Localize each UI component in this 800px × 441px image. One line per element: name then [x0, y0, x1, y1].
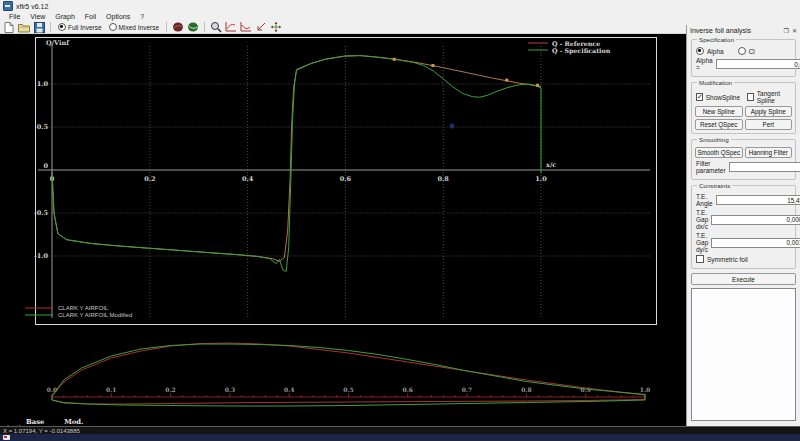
y-tick-label: 0.5 [37, 123, 49, 131]
te-gap-dy-label: T.E. Gap dy/c [696, 232, 708, 253]
zoom-in-icon[interactable] [210, 21, 222, 33]
hanning-filter-button[interactable]: Hanning Filter [745, 147, 793, 158]
ruler-label: 1.0 [640, 386, 650, 393]
x-tick-label: 0.2 [144, 175, 155, 183]
ruler-label: 0.8 [521, 386, 531, 393]
te-angle-label: T.E. Angle [696, 193, 713, 207]
ruler-label: 0.4 [284, 386, 294, 393]
alpha-field-label: Alpha = [696, 57, 713, 71]
menu-foil[interactable]: Foil [80, 13, 101, 20]
ruler-label: 0.1 [106, 386, 116, 393]
x-tick-label: 0.8 [438, 175, 450, 183]
mixed-inverse-radio[interactable]: Mixed Inverse [109, 23, 159, 31]
tangent-spline-checkbox[interactable] [747, 93, 754, 101]
mixed-inverse-label: Mixed Inverse [119, 24, 159, 31]
menu-help[interactable]: ? [135, 13, 149, 20]
inverse-design-view[interactable]: 00.20.40.60.81.01.00.50-0.5-1.0Q/Vinfx/c… [0, 34, 686, 426]
direct-foil-view-icon[interactable] [172, 21, 184, 33]
full-inverse-radio[interactable]: Full Inverse [58, 23, 102, 31]
radio-dot [109, 23, 117, 31]
specification-title: Specification [697, 36, 736, 43]
symmetric-foil-checkbox[interactable] [696, 255, 704, 263]
filter-parameter-label: Filter parameter [696, 160, 726, 174]
q-distribution-graph[interactable]: 00.20.40.60.81.01.00.50-0.5-1.0Q/Vinfx/c… [0, 34, 686, 426]
y-tick-label: 1.0 [37, 80, 49, 88]
reset-scales-icon[interactable] [270, 21, 282, 33]
cl-radio-label: Cl [749, 48, 755, 55]
show-spline-label: ShowSpline [706, 94, 740, 101]
legend-label: Q - Specification [552, 47, 611, 55]
save-icon[interactable] [33, 21, 45, 33]
menu-file[interactable]: File [4, 13, 25, 20]
alpha-radio-label: Alpha [707, 48, 724, 55]
spline-point-marker[interactable] [450, 123, 455, 128]
toolbar-separator [50, 22, 51, 32]
x-axis-title: x/c [546, 161, 556, 169]
y-tick-label: 0 [43, 162, 48, 170]
constraints-group: Constraints T.E. Angle T.E. Gap dx/c T.E… [691, 185, 796, 269]
spline-control-point[interactable] [393, 58, 396, 61]
menu-graph[interactable]: Graph [50, 13, 79, 20]
execute-button[interactable]: Execute [691, 273, 796, 285]
toolbar-separator [204, 22, 205, 32]
new-spline-button[interactable]: New Spline [695, 106, 743, 117]
te-angle-input[interactable] [716, 195, 800, 205]
taskbar-app-icon[interactable] [3, 435, 10, 440]
foil-legend-label: CLARK Y AIRFOIL [58, 305, 109, 311]
ruler-label: 0.3 [225, 386, 235, 393]
menu-view[interactable]: View [25, 13, 50, 20]
filter-parameter-input[interactable] [729, 162, 800, 172]
y-tick-label: -0.5 [34, 209, 48, 217]
curve-specification[interactable] [52, 56, 541, 272]
smooth-qspec-button[interactable]: Smooth QSpec [695, 147, 743, 158]
ruler-label: 0.6 [403, 386, 413, 393]
inverse-foil-analysis-panel: Inverse foil analysis ❐ ✕ Specification … [686, 25, 800, 426]
te-gap-dx-input[interactable] [711, 215, 800, 225]
ruler-label: 0.5 [343, 386, 353, 393]
te-gap-dx-label: T.E. Gap dx/c [696, 209, 708, 230]
te-gap-dy-input[interactable] [711, 238, 800, 248]
panel-header[interactable]: Inverse foil analysis ❐ ✕ [687, 25, 800, 35]
ruler-label: 0.2 [165, 386, 175, 393]
tangent-spline-label: Tangent Spline [757, 90, 791, 104]
menu-bar: File View Graph Foil Options ? [0, 12, 800, 21]
apply-spline-button[interactable]: Apply Spline [745, 106, 793, 117]
reset-y-scale-icon[interactable] [240, 21, 252, 33]
alpha-input[interactable] [716, 59, 800, 69]
x-tick-label: 0.4 [242, 175, 254, 183]
spline-control-point[interactable] [536, 84, 539, 87]
y-tick-label: -1.0 [34, 252, 48, 260]
radio-dot [58, 23, 66, 31]
x-tick-label: 1.0 [535, 175, 547, 183]
new-file-icon[interactable] [3, 21, 15, 33]
status-bar: X = 1.07194, Y = -0.0143885 [0, 426, 800, 434]
undock-icon[interactable]: ❐ [784, 27, 789, 34]
cl-radio[interactable] [738, 47, 746, 55]
y-axis-title: Q/Vinf [46, 39, 70, 47]
alpha-radio[interactable] [696, 47, 704, 55]
inverse-foil-view-icon[interactable] [187, 21, 199, 33]
smoothing-group: Smoothing Smooth QSpec Hanning Filter Fi… [691, 139, 796, 180]
reset-x-scale-icon[interactable] [225, 21, 237, 33]
title-bar: xflr5 v6.12 [0, 0, 800, 12]
open-file-icon[interactable] [18, 21, 30, 33]
x-tick-label: 0.6 [340, 175, 352, 183]
smoothing-title: Smoothing [697, 136, 731, 143]
pert-button[interactable]: Pert [745, 119, 793, 130]
full-inverse-label: Full Inverse [68, 24, 102, 31]
menu-options[interactable]: Options [101, 13, 135, 20]
taskbar[interactable] [0, 434, 800, 441]
zoom-less-icon[interactable] [255, 21, 267, 33]
spline-control-point[interactable] [505, 79, 508, 82]
symmetric-foil-label: Symmetric foil [707, 256, 748, 263]
window-title: xflr5 v6.12 [16, 3, 48, 10]
reset-qspec-button[interactable]: Reset QSpec [695, 119, 743, 130]
ruler-label: 0.7 [462, 386, 472, 393]
close-icon[interactable]: ✕ [792, 27, 797, 34]
foil-legend-label: CLARK Y AIRFOIL Modified [58, 312, 132, 318]
spline-control-point[interactable] [431, 64, 434, 67]
specification-group: Specification Alpha Cl Alpha = [691, 39, 796, 77]
modification-title: Modification [697, 79, 734, 86]
show-spline-checkbox[interactable] [696, 93, 703, 101]
app-icon [3, 1, 13, 11]
